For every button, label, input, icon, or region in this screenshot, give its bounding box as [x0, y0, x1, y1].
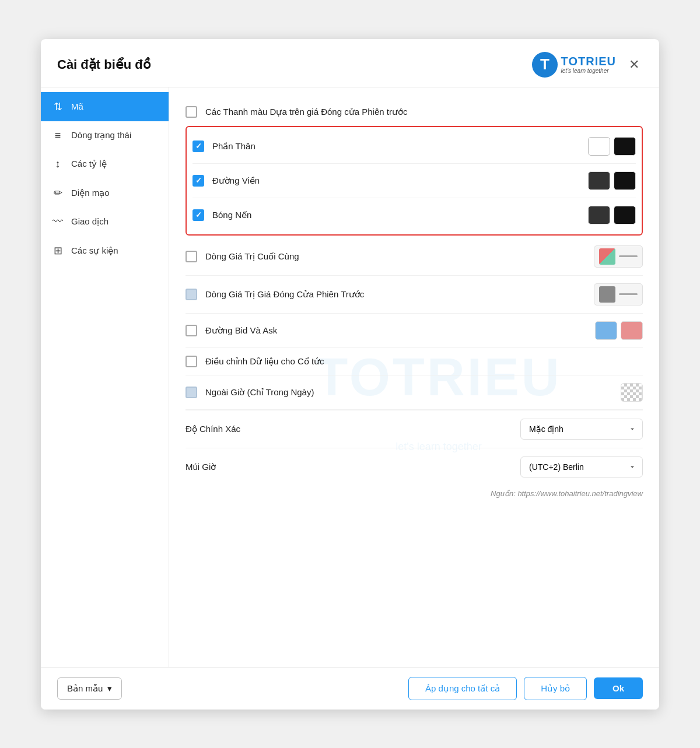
- duong-bid-ask-label: Đường Bid Và Ask: [205, 325, 595, 336]
- salmon-green-swatch: [599, 248, 615, 265]
- duong-vien-label: Đường Viền: [212, 175, 588, 186]
- template-label: Bản mẫu: [67, 683, 103, 694]
- logo-area: T TOTRIEU let's learn together: [532, 52, 616, 78]
- phan-than-swatches: [588, 137, 636, 156]
- sidebar-item-giao-dich[interactable]: 〰 Giao dịch: [41, 208, 169, 236]
- sidebar-item-label-dien-mao: Diện mạo: [71, 188, 110, 198]
- ngoai-gio-label: Ngoài Giờ (Chỉ Trong Ngày): [205, 387, 621, 398]
- ma-icon: ⇅: [51, 100, 64, 113]
- line-indicator-pink: [619, 255, 638, 257]
- dong-gia-tri-cuoi-checkbox[interactable]: [186, 251, 197, 262]
- dieu-chinh-du-lieu-row: Điều chỉnh Dữ liệu cho Cổ tức: [186, 348, 643, 375]
- duong-vien-swatch-black[interactable]: [614, 171, 636, 190]
- dien-mao-icon: ✏: [51, 187, 64, 199]
- modal: Cài đặt biểu đồ T TOTRIEU let's learn to…: [41, 39, 659, 710]
- bid-swatch[interactable]: [595, 321, 617, 340]
- bong-nen-swatch-dark[interactable]: [588, 206, 610, 224]
- sidebar-item-label-ma: Mã: [71, 101, 83, 111]
- mui-gio-row: Múi Giờ (UTC+2) Berlin (UTC+0) London (U…: [186, 448, 643, 486]
- cac-ty-le-icon: ↕: [51, 158, 64, 170]
- giao-dich-icon: 〰: [51, 216, 64, 228]
- sidebar-item-dien-mao[interactable]: ✏ Diện mạo: [41, 178, 169, 208]
- sidebar-item-label-giao-dich: Giao dịch: [71, 216, 108, 227]
- phan-than-swatch-white[interactable]: [588, 137, 610, 156]
- header-right: T TOTRIEU let's learn together ✕: [532, 52, 643, 78]
- mui-gio-select[interactable]: (UTC+2) Berlin (UTC+0) London (UTC+7) Ba…: [520, 456, 643, 477]
- sidebar-item-label-dong-trang-thai: Dòng trạng thái: [71, 130, 131, 141]
- bong-nen-swatches: [588, 206, 636, 224]
- source-text: Nguồn: https://www.tohaitrieu.net/tradin…: [186, 486, 643, 499]
- phan-than-row: Phần Thân: [192, 129, 636, 164]
- red-box: Phần Thân Đường Viền: [186, 126, 643, 236]
- gray-swatch: [599, 286, 615, 303]
- bong-nen-swatch-black[interactable]: [614, 206, 636, 224]
- dong-gia-dong-cua-checkbox[interactable]: [186, 289, 197, 300]
- ngoai-gio-checkbox[interactable]: [186, 387, 197, 398]
- dong-gia-tri-cuoi-swatch[interactable]: [594, 245, 643, 268]
- ask-swatch[interactable]: [621, 321, 643, 340]
- sidebar-item-label-cac-ty-le: Các tỷ lệ: [71, 159, 107, 169]
- phan-than-checkbox[interactable]: [192, 141, 204, 152]
- modal-title: Cài đặt biểu đồ: [57, 57, 150, 72]
- totrieu-logo-icon: T: [532, 52, 558, 78]
- duong-bid-ask-checkbox[interactable]: [186, 325, 197, 336]
- dong-gia-dong-cua-row: Dòng Giá Trị Giá Đóng Cửa Phiên Trước: [186, 276, 643, 314]
- modal-footer: Bản mẫu ▾ Áp dụng cho tất cả Hủy bỏ Ok: [41, 667, 659, 710]
- sidebar-item-label-cac-su-kien: Các sự kiện: [71, 245, 118, 256]
- logo-text-block: TOTRIEU let's learn together: [561, 55, 616, 74]
- top-option-checkbox[interactable]: [186, 106, 197, 118]
- duong-vien-swatches: [588, 171, 636, 190]
- checkerboard-swatch[interactable]: [621, 383, 643, 402]
- sidebar-item-cac-ty-le[interactable]: ↕ Các tỷ lệ: [41, 150, 169, 178]
- logo-name: TOTRIEU: [561, 55, 616, 68]
- dong-gia-dong-cua-swatch[interactable]: [594, 283, 643, 305]
- bong-nen-checkbox[interactable]: [192, 209, 204, 221]
- main-content: TOTRIEU let's learn together Các Thanh m…: [169, 87, 659, 667]
- dieu-chinh-du-lieu-checkbox[interactable]: [186, 356, 197, 367]
- template-chevron-icon: ▾: [107, 683, 112, 694]
- template-button[interactable]: Bản mẫu ▾: [57, 677, 122, 700]
- phan-than-swatch-black[interactable]: [614, 137, 636, 156]
- sidebar-item-cac-su-kien[interactable]: ⊞ Các sự kiện: [41, 236, 169, 265]
- do-chinh-xac-select[interactable]: Mặc định 0 1 2 3: [520, 419, 643, 440]
- do-chinh-xac-row: Độ Chính Xác Mặc định 0 1 2 3: [186, 410, 643, 448]
- bong-nen-label: Bóng Nến: [212, 210, 588, 220]
- footer-right: Áp dụng cho tất cả Hủy bỏ Ok: [408, 677, 643, 700]
- dong-trang-thai-icon: ≡: [51, 129, 64, 142]
- duong-vien-swatch-dark[interactable]: [588, 171, 610, 190]
- modal-body: ⇅ Mã ≡ Dòng trạng thái ↕ Các tỷ lệ ✏ Diệ…: [41, 87, 659, 667]
- close-button[interactable]: ✕: [625, 57, 643, 72]
- mui-gio-label: Múi Giờ: [186, 462, 520, 472]
- ngoai-gio-row: Ngoài Giờ (Chỉ Trong Ngày): [186, 375, 643, 410]
- ok-button[interactable]: Ok: [594, 677, 643, 699]
- do-chinh-xac-label: Độ Chính Xác: [186, 424, 520, 434]
- dieu-chinh-du-lieu-label: Điều chỉnh Dữ liệu cho Cổ tức: [205, 356, 643, 367]
- modal-header: Cài đặt biểu đồ T TOTRIEU let's learn to…: [41, 39, 659, 87]
- sidebar-item-dong-trang-thai[interactable]: ≡ Dòng trạng thái: [41, 121, 169, 150]
- dong-gia-dong-cua-label: Dòng Giá Trị Giá Đóng Cửa Phiên Trước: [205, 289, 594, 300]
- apply-all-button[interactable]: Áp dụng cho tất cả: [408, 677, 517, 700]
- duong-vien-row: Đường Viền: [192, 164, 636, 198]
- bong-nen-row: Bóng Nến: [192, 198, 636, 232]
- dong-gia-tri-cuoi-label: Dòng Giá Trị Cuối Cùng: [205, 251, 594, 262]
- duong-vien-checkbox[interactable]: [192, 175, 204, 187]
- svg-text:T: T: [540, 55, 550, 73]
- phan-than-label: Phần Thân: [212, 141, 588, 152]
- duong-bid-ask-swatches: [595, 321, 643, 340]
- sidebar-item-ma[interactable]: ⇅ Mã: [41, 92, 169, 121]
- cancel-button[interactable]: Hủy bỏ: [524, 677, 587, 700]
- duong-bid-ask-row: Đường Bid Và Ask: [186, 314, 643, 348]
- top-option-label: Các Thanh màu Dựa trên giá Đóng cửa Phiê…: [205, 107, 643, 117]
- dong-gia-tri-cuoi-row: Dòng Giá Trị Cuối Cùng: [186, 238, 643, 276]
- top-option-row: Các Thanh màu Dựa trên giá Đóng cửa Phiê…: [186, 100, 643, 126]
- sidebar: ⇅ Mã ≡ Dòng trạng thái ↕ Các tỷ lệ ✏ Diệ…: [41, 87, 169, 667]
- line-indicator-gray: [619, 293, 638, 295]
- logo-tagline: let's learn together: [561, 68, 616, 74]
- cac-su-kien-icon: ⊞: [51, 244, 64, 257]
